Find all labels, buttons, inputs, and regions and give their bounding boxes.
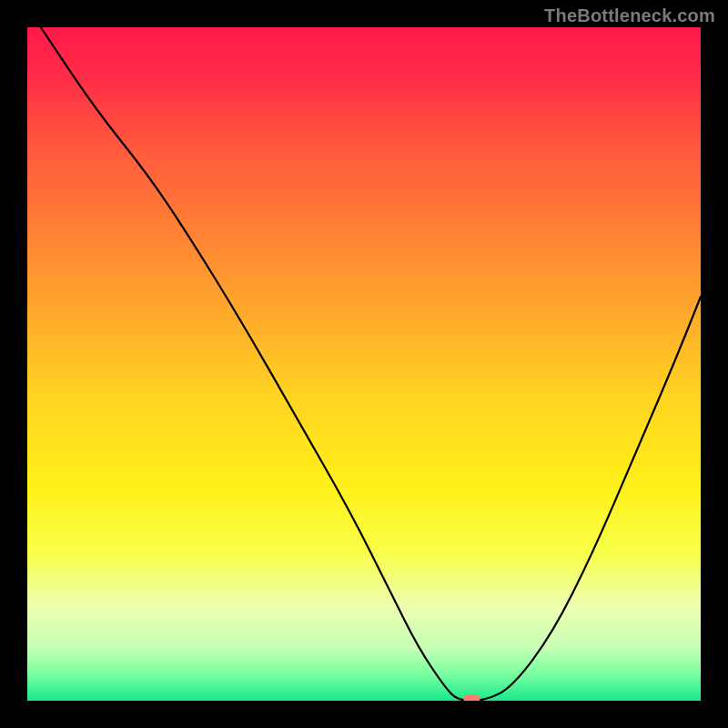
bottleneck-chart [27, 27, 701, 701]
watermark-label: TheBottleneck.com [544, 5, 715, 26]
chart-frame: TheBottleneck.com [0, 0, 728, 728]
gradient-background [27, 27, 701, 701]
optimal-marker [463, 695, 480, 702]
plot-area [27, 27, 701, 701]
